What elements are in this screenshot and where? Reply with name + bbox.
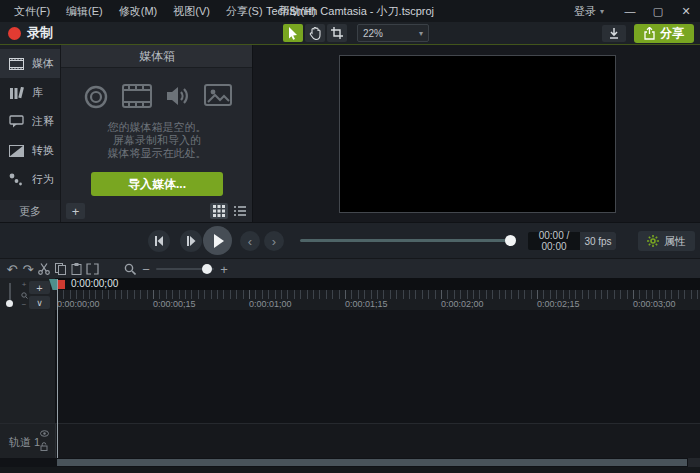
sidebar-item-label: 媒体	[32, 56, 54, 71]
playhead-line[interactable]	[57, 279, 58, 458]
menu-edit[interactable]: 编辑(E)	[58, 0, 111, 22]
eye-icon[interactable]	[40, 430, 49, 437]
sidebar-item-library[interactable]: 库	[0, 78, 60, 107]
ruler-ticks[interactable]	[55, 290, 700, 299]
playback-bar: ‹ › 00:00 / 00:00 30 fps 属性	[0, 222, 700, 259]
chevron-right-icon: ›	[272, 234, 276, 249]
hand-icon	[309, 27, 321, 40]
jump-forward-button[interactable]: ›	[264, 231, 284, 251]
sidebar-item-label: 转换	[32, 143, 54, 158]
copy-icon	[55, 263, 66, 275]
add-media-button[interactable]: +	[66, 203, 85, 219]
play-icon	[212, 234, 224, 248]
paste-button[interactable]	[68, 259, 84, 279]
sign-in-button[interactable]: 登录 ▾	[562, 4, 616, 19]
crop-tool-button[interactable]	[327, 24, 347, 42]
track-height-slider[interactable]	[9, 283, 11, 305]
undo-button[interactable]: ↶	[4, 259, 20, 279]
step-back-icon	[154, 236, 164, 246]
chevron-down-icon: ▾	[600, 7, 604, 16]
download-icon	[609, 28, 619, 39]
play-button[interactable]	[203, 226, 232, 255]
copy-button[interactable]	[52, 259, 68, 279]
sidebar-item-label: 库	[32, 85, 43, 100]
minus-icon[interactable]: −	[22, 301, 27, 309]
ruler-label: 0:00:01;00	[249, 299, 292, 310]
empty-text-line: 您的媒体箱是空的。	[61, 121, 253, 134]
split-icon	[86, 263, 99, 275]
grid-view-button[interactable]	[210, 203, 228, 219]
crop-icon	[331, 27, 343, 39]
download-button[interactable]	[602, 25, 626, 42]
media-icon	[9, 58, 24, 70]
close-button[interactable]: ✕	[672, 0, 700, 22]
collapse-tracks-button[interactable]: ∨	[29, 296, 50, 309]
video-preview[interactable]	[339, 55, 616, 213]
seek-bar[interactable]	[300, 239, 516, 242]
zoom-in-button[interactable]: +	[216, 259, 232, 279]
timeline-zoom-thumb[interactable]	[202, 264, 212, 274]
menu-view[interactable]: 视图(V)	[165, 0, 218, 22]
main-toolbar: 录制 22% ▾	[0, 22, 700, 44]
track-1-label: 轨道 1	[9, 435, 40, 450]
share-button[interactable]: 分享	[634, 24, 694, 43]
sidebar-item-transitions[interactable]: 转换	[0, 136, 60, 165]
step-back-button[interactable]	[148, 230, 170, 252]
sidebar-item-annotations[interactable]: 注释	[0, 107, 60, 136]
sidebar-item-label: 行为	[32, 172, 54, 187]
sidebar-more-button[interactable]: 更多	[0, 200, 60, 222]
scrollbar-thumb[interactable]	[57, 459, 687, 466]
maximize-button[interactable]: ▢	[644, 0, 672, 22]
plus-icon[interactable]: +	[22, 281, 27, 289]
add-track-button[interactable]: +	[29, 281, 50, 294]
import-media-button[interactable]: 导入媒体...	[91, 172, 223, 196]
media-bin-title: 媒体箱	[61, 45, 253, 68]
ruler-label: 0:00:00;00	[57, 299, 100, 310]
track-height-thumb[interactable]	[6, 300, 13, 307]
record-circle-icon	[83, 84, 109, 110]
media-bin-panel: 媒体箱	[60, 45, 253, 222]
gear-icon	[647, 235, 659, 247]
empty-text-line: 屏幕录制和导入的	[61, 134, 253, 147]
seek-thumb[interactable]	[505, 235, 516, 246]
cursor-icon	[287, 27, 299, 40]
minimize-button[interactable]: —	[616, 0, 644, 22]
sidebar-item-media[interactable]: 媒体	[0, 49, 60, 78]
canvas-tools: 22% ▾	[283, 24, 429, 42]
menu-help[interactable]: 帮助(H)	[271, 0, 324, 22]
step-forward-icon	[186, 236, 196, 246]
menu-modify[interactable]: 修改(M)	[111, 0, 166, 22]
sidebar-item-behaviors[interactable]: 行为	[0, 165, 60, 194]
behaviors-icon	[9, 173, 24, 186]
zoom-out-button[interactable]: −	[138, 259, 154, 279]
lock-icon[interactable]	[40, 442, 48, 451]
titlebar: 文件(F) 编辑(E) 修改(M) 视图(V) 分享(S) 帮助(H) Tech…	[0, 0, 700, 22]
cut-button[interactable]	[36, 259, 52, 279]
record-button[interactable]: 录制	[8, 24, 53, 42]
film-icon	[122, 84, 152, 108]
step-forward-button[interactable]	[180, 230, 202, 252]
horizontal-scrollbar	[0, 458, 700, 467]
track-1-lane[interactable]	[55, 423, 700, 459]
magnifier-icon	[124, 263, 136, 275]
playhead-row: 0:00:00;00	[55, 278, 700, 290]
select-tool-button[interactable]	[283, 24, 303, 42]
playhead-out-handle[interactable]	[58, 280, 65, 289]
list-view-button[interactable]	[231, 203, 249, 219]
redo-button[interactable]: ↷	[20, 259, 36, 279]
current-duration-time: 00:00 / 00:00	[528, 230, 580, 252]
zoom-level-value: 22%	[363, 28, 383, 39]
ruler-labels: 0:00:00;00 0:00:00;15 0:00:01;00 0:00:01…	[55, 299, 700, 310]
split-button[interactable]	[84, 259, 100, 279]
pan-tool-button[interactable]	[305, 24, 325, 42]
empty-text-line: 媒体将显示在此处。	[61, 147, 253, 160]
jump-back-button[interactable]: ‹	[240, 231, 260, 251]
canvas-zoom-dropdown[interactable]: 22% ▾	[357, 24, 429, 42]
ruler-label: 0:00:03;00	[633, 299, 676, 310]
menu-file[interactable]: 文件(F)	[6, 0, 58, 22]
library-icon	[9, 87, 24, 99]
ruler-label: 0:00:00;15	[153, 299, 196, 310]
properties-button[interactable]: 属性	[638, 231, 695, 251]
timeline-zoom-slider[interactable]	[156, 268, 214, 270]
menu-share[interactable]: 分享(S)	[218, 0, 271, 22]
